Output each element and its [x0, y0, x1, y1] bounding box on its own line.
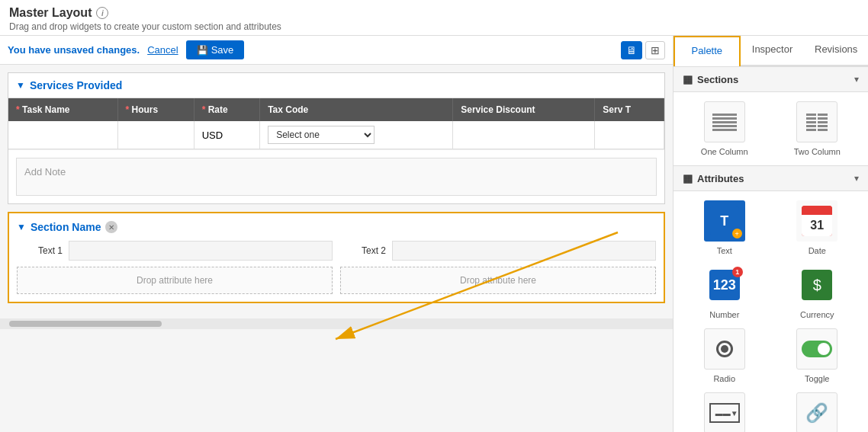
attributes-widgets-grid: T + Text 31 [674, 191, 868, 432]
page-title: Master Layout [9, 6, 92, 20]
hours-cell [117, 121, 194, 149]
currency-attr-label: Currency [800, 310, 834, 319]
table-row: USD Select one [8, 121, 664, 149]
info-icon[interactable]: i [96, 7, 108, 19]
section-col-right: Text 2 Drop attribute here [340, 241, 656, 294]
sections-label: Sections [697, 74, 738, 85]
drop-zone-right[interactable]: Drop attribute here [340, 267, 656, 294]
attributes-chevron-icon[interactable]: ▾ [854, 173, 859, 184]
sections-chevron-icon[interactable]: ▾ [854, 74, 859, 85]
tax-code-select[interactable]: Select one [268, 126, 375, 144]
save-icon: 💾 [197, 45, 208, 56]
service-discount-cell [453, 121, 595, 149]
canvas-toolbar: You have unsaved changes. Cancel 💾 Save … [0, 36, 673, 65]
services-section-title: Services Provided [30, 79, 122, 91]
widget-text[interactable]: T + Text [683, 200, 767, 255]
panel-tabs: Palette Inspector Revisions [674, 36, 868, 66]
text1-field-row: Text 1 [17, 241, 333, 261]
attributes-title: ▦ Attributes [683, 172, 744, 184]
widget-link[interactable]: 🔗 Link [776, 392, 860, 432]
section-name-remove-icon[interactable]: ✕ [105, 221, 117, 233]
page-subtitle: Drag and drop widgets to create your cus… [9, 21, 859, 32]
widget-toggle[interactable]: Toggle [776, 328, 860, 383]
services-section-toggle[interactable]: ▼ [16, 80, 25, 91]
tab-revisions[interactable]: Revisions [804, 36, 868, 65]
two-column-label: Two Column [794, 147, 841, 156]
section-col-left: Text 1 Drop attribute here [17, 241, 333, 294]
col-task-name: Task Name [8, 98, 117, 121]
services-table-container: Task Name Hours Rate Tax Code Service Di… [8, 98, 664, 149]
one-column-label: One Column [701, 147, 748, 156]
attributes-label: Attributes [697, 173, 744, 184]
widget-date[interactable]: 31 Date [776, 200, 860, 255]
text2-field-row: Text 2 [340, 241, 656, 261]
rate-cell: USD [194, 121, 260, 149]
add-note-placeholder[interactable]: Add Note [16, 158, 657, 196]
section-name-header: ▼ Section Name ✕ [17, 221, 656, 233]
date-attr-icon: 31 [796, 200, 837, 242]
task-name-cell [8, 121, 117, 149]
currency-label: USD [202, 130, 223, 141]
radio-attr-icon [704, 328, 745, 370]
section-name-block: ▼ Section Name ✕ Text 1 Drop attribute h… [8, 212, 665, 303]
sections-title: ▦ Sections [683, 73, 738, 85]
text-attr-icon: T + [704, 200, 745, 242]
text1-input[interactable] [69, 241, 333, 261]
col-tax-code: Tax Code [260, 98, 453, 121]
col-serv-t: Serv T [595, 98, 664, 121]
main-area: You have unsaved changes. Cancel 💾 Save … [0, 36, 868, 432]
tax-code-cell: Select one [260, 121, 453, 149]
section-name-toggle[interactable]: ▼ [17, 222, 26, 232]
one-column-icon [704, 101, 745, 142]
attributes-panel-section: ▦ Attributes ▾ T + Text [674, 165, 868, 432]
scrollbar-thumb [9, 321, 162, 327]
col-hours: Hours [117, 98, 194, 121]
grid-view-button[interactable]: ⊞ [645, 41, 665, 59]
view-toggle: 🖥 ⊞ [621, 41, 665, 59]
section-two-col: Text 1 Drop attribute here Text 2 [17, 241, 656, 294]
text2-input[interactable] [392, 241, 656, 261]
unsaved-message: You have unsaved changes. [8, 44, 140, 56]
tab-inspector[interactable]: Inspector [741, 36, 805, 65]
date-attr-label: Date [809, 246, 826, 255]
cancel-button[interactable]: Cancel [147, 44, 178, 56]
widget-number[interactable]: 123 1 Number [683, 264, 767, 319]
section-name-title: Section Name [31, 221, 101, 233]
attributes-grid-icon: ▦ [683, 172, 693, 184]
currency-attr-icon: $ [796, 264, 837, 306]
number-attr-label: Number [709, 310, 739, 319]
radio-attr-label: Radio [713, 374, 735, 383]
widget-currency[interactable]: $ Currency [776, 264, 860, 319]
text2-label: Text 2 [340, 245, 386, 256]
dropdown-attr-icon: ▬▬ ▼ [704, 392, 745, 432]
widget-radio[interactable]: Radio [683, 328, 767, 383]
services-section-header: ▼ Services Provided [8, 73, 664, 98]
desktop-view-button[interactable]: 🖥 [621, 41, 642, 59]
horizontal-scrollbar[interactable] [0, 318, 673, 329]
page-header: Master Layout i Drag and drop widgets to… [0, 0, 868, 36]
link-attr-icon: 🔗 [796, 392, 837, 432]
two-col-lines [806, 114, 828, 131]
two-column-icon [796, 101, 837, 142]
save-button[interactable]: 💾 Save [186, 40, 245, 59]
widget-one-column[interactable]: One Column [683, 101, 767, 156]
drop-zone-left[interactable]: Drop attribute here [17, 267, 333, 294]
toggle-attr-icon [796, 328, 837, 370]
attributes-header: ▦ Attributes ▾ [674, 165, 868, 191]
number-attr-icon: 123 1 [704, 264, 745, 306]
sections-widgets-grid: One Column Two Column [674, 92, 868, 165]
canvas-wrapper: ▼ Services Provided Task Name Hours Rate [0, 65, 673, 318]
toggle-attr-label: Toggle [805, 374, 829, 383]
sections-panel-section: ▦ Sections ▾ One Column [674, 66, 868, 165]
canvas-content: ▼ Services Provided Task Name Hours Rate [0, 65, 673, 318]
col-service-discount: Service Discount [453, 98, 595, 121]
canvas-area: You have unsaved changes. Cancel 💾 Save … [0, 36, 673, 432]
one-col-lines [712, 114, 737, 131]
add-note-area: Add Note [8, 149, 664, 203]
page-title-row: Master Layout i [9, 6, 859, 20]
widget-two-column[interactable]: Two Column [776, 101, 860, 156]
widget-dropdown[interactable]: ▬▬ ▼ Dropdown [683, 392, 767, 432]
text1-label: Text 1 [17, 245, 63, 256]
serv-t-cell [595, 121, 664, 149]
tab-palette[interactable]: Palette [674, 36, 741, 66]
